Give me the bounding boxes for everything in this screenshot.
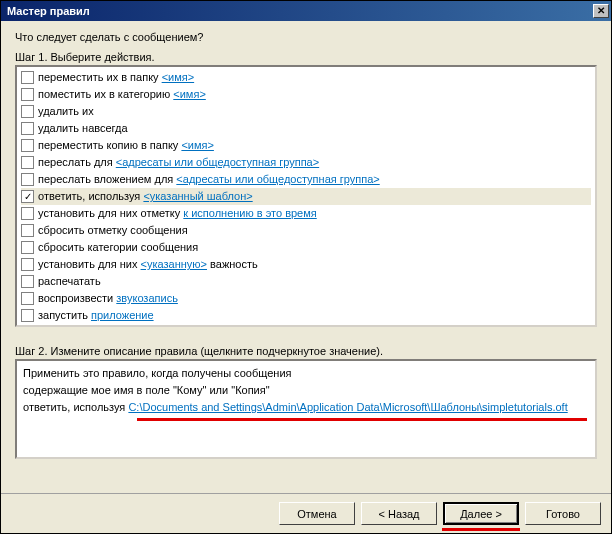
finish-button[interactable]: Готово — [525, 502, 601, 525]
action-label: переслать вложением для <адресаты или об… — [38, 172, 380, 187]
action-label: удалить навсегда — [38, 121, 128, 136]
action-label: распечатать — [38, 274, 101, 289]
action-text-pre: запустить — [38, 309, 91, 321]
desc-line-1: Применить это правило, когда получены со… — [23, 365, 589, 382]
action-row[interactable]: удалить навсегда — [21, 120, 591, 137]
action-text-pre: установить для них — [38, 258, 141, 270]
action-text-pre: поместить их в категорию — [38, 88, 173, 100]
action-label: переместить их в папку <имя> — [38, 70, 194, 85]
action-text-pre: переместить копию в папку — [38, 139, 181, 151]
step1-label: Шаг 1. Выберите действия. — [15, 51, 597, 63]
dialog-body: Что следует сделать с сообщением? Шаг 1.… — [1, 21, 611, 493]
action-label: удалить их — [38, 104, 94, 119]
back-button[interactable]: < Назад — [361, 502, 437, 525]
action-row[interactable]: переместить копию в папку <имя> — [21, 137, 591, 154]
checkbox[interactable] — [21, 224, 34, 237]
titlebar[interactable]: Мастер правил ✕ — [1, 1, 611, 21]
action-row[interactable]: переслать вложением для <адресаты или об… — [21, 171, 591, 188]
rule-description-box: Применить это правило, когда получены со… — [15, 359, 597, 459]
action-label: установить для них отметку к исполнению … — [38, 206, 317, 221]
checkbox[interactable] — [21, 156, 34, 169]
highlight-underline — [137, 418, 587, 421]
action-label: воспроизвести звукозапись — [38, 291, 178, 306]
desc-line-2: содержащие мое имя в поле "Кому" или "Ко… — [23, 382, 589, 399]
cancel-button[interactable]: Отмена — [279, 502, 355, 525]
action-row[interactable]: сбросить отметку сообщения — [21, 222, 591, 239]
checkbox[interactable] — [21, 88, 34, 101]
checkbox[interactable] — [21, 275, 34, 288]
desc-line-3-pre: ответить, используя — [23, 401, 128, 413]
actions-listbox[interactable]: переместить их в папку <имя>поместить их… — [15, 65, 597, 327]
checkbox[interactable] — [21, 122, 34, 135]
dialog-footer: Отмена < Назад Далее > Готово — [1, 493, 611, 533]
checkbox[interactable] — [21, 139, 34, 152]
action-row[interactable]: ✓ответить, используя <указанный шаблон> — [21, 188, 591, 205]
action-text-pre: удалить их — [38, 105, 94, 117]
checkbox[interactable] — [21, 173, 34, 186]
action-link[interactable]: <адресаты или общедоступная группа> — [176, 173, 379, 185]
action-link[interactable]: <указанный шаблон> — [143, 190, 252, 202]
checkbox[interactable]: ✓ — [21, 190, 34, 203]
action-label: установить для них <указанную> важность — [38, 257, 258, 272]
action-text-pre: переслать вложением для — [38, 173, 176, 185]
close-icon[interactable]: ✕ — [593, 4, 609, 18]
action-label: сбросить отметку сообщения — [38, 223, 188, 238]
action-row[interactable]: пометить как непрочитанное — [21, 324, 591, 327]
checkbox[interactable] — [21, 326, 34, 327]
dialog-window: Мастер правил ✕ Что следует сделать с со… — [0, 0, 612, 534]
checkbox[interactable] — [21, 105, 34, 118]
action-text-post: важность — [207, 258, 258, 270]
action-row[interactable]: переместить их в папку <имя> — [21, 69, 591, 86]
action-link[interactable]: <имя> — [162, 71, 195, 83]
action-row[interactable]: запустить приложение — [21, 307, 591, 324]
action-text-pre: удалить навсегда — [38, 122, 128, 134]
checkbox[interactable] — [21, 207, 34, 220]
action-link[interactable]: <имя> — [173, 88, 206, 100]
action-text-pre: сбросить категории сообщения — [38, 241, 198, 253]
checkbox[interactable] — [21, 241, 34, 254]
action-link[interactable]: <имя> — [181, 139, 214, 151]
action-text-pre: переместить их в папку — [38, 71, 162, 83]
action-text-pre: переслать для — [38, 156, 116, 168]
next-button[interactable]: Далее > — [443, 502, 519, 525]
action-link[interactable]: <указанную> — [141, 258, 207, 270]
action-label: переместить копию в папку <имя> — [38, 138, 214, 153]
action-row[interactable]: распечатать — [21, 273, 591, 290]
action-row[interactable]: установить для них <указанную> важность — [21, 256, 591, 273]
highlight-underline — [442, 528, 520, 531]
action-row[interactable]: удалить их — [21, 103, 591, 120]
step2-label: Шаг 2. Измените описание правила (щелкни… — [15, 345, 597, 357]
checkbox[interactable] — [21, 292, 34, 305]
action-label: поместить их в категорию <имя> — [38, 87, 206, 102]
action-row[interactable]: переслать для <адресаты или общедоступна… — [21, 154, 591, 171]
action-link[interactable]: звукозапись — [116, 292, 178, 304]
action-text-pre: сбросить отметку сообщения — [38, 224, 188, 236]
action-text-pre: воспроизвести — [38, 292, 116, 304]
action-link[interactable]: приложение — [91, 309, 154, 321]
desc-line-3: ответить, используя C:\Documents and Set… — [23, 399, 589, 416]
action-text-pre: ответить, используя — [38, 190, 143, 202]
action-label: пометить как непрочитанное — [38, 325, 185, 327]
template-path-link[interactable]: C:\Documents and Settings\Admin\Applicat… — [128, 400, 567, 415]
action-text-pre: установить для них отметку — [38, 207, 183, 219]
action-text-pre: пометить как непрочитанное — [38, 326, 185, 327]
action-link[interactable]: <адресаты или общедоступная группа> — [116, 156, 319, 168]
window-title: Мастер правил — [7, 5, 90, 17]
action-label: ответить, используя <указанный шаблон> — [38, 189, 253, 204]
action-text-pre: распечатать — [38, 275, 101, 287]
action-link[interactable]: к исполнению в это время — [183, 207, 316, 219]
action-label: сбросить категории сообщения — [38, 240, 198, 255]
action-row[interactable]: воспроизвести звукозапись — [21, 290, 591, 307]
action-label: запустить приложение — [38, 308, 154, 323]
checkbox[interactable] — [21, 258, 34, 271]
prompt-text: Что следует сделать с сообщением? — [15, 31, 597, 43]
checkbox[interactable] — [21, 71, 34, 84]
checkbox[interactable] — [21, 309, 34, 322]
action-row[interactable]: поместить их в категорию <имя> — [21, 86, 591, 103]
action-label: переслать для <адресаты или общедоступна… — [38, 155, 319, 170]
action-row[interactable]: установить для них отметку к исполнению … — [21, 205, 591, 222]
action-row[interactable]: сбросить категории сообщения — [21, 239, 591, 256]
